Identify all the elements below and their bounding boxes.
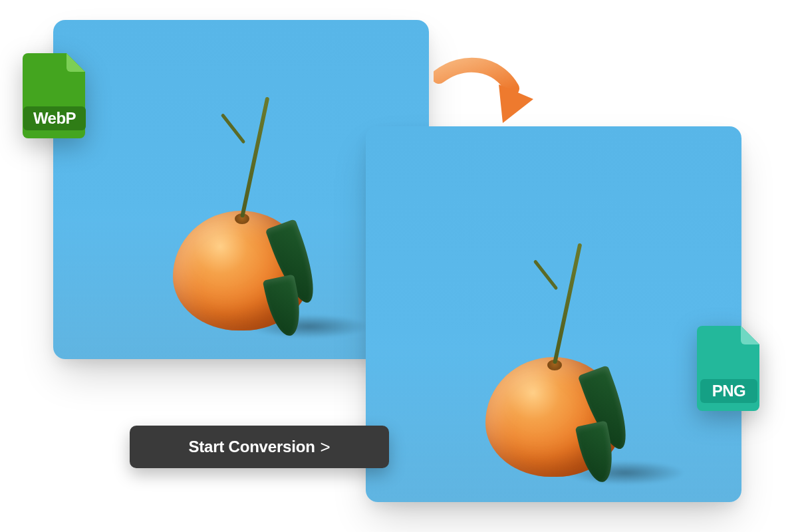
start-conversion-button[interactable]: Start Conversion > bbox=[130, 426, 389, 468]
start-conversion-label: Start Conversion bbox=[188, 438, 315, 456]
png-file-icon: PNG bbox=[693, 326, 765, 411]
source-format-label: WebP bbox=[23, 106, 86, 130]
chevron-right-icon: > bbox=[321, 437, 331, 458]
target-image bbox=[366, 126, 741, 502]
webp-file-icon: WebP bbox=[19, 53, 90, 138]
conversion-arrow-icon bbox=[434, 57, 533, 123]
sample-photo-orange bbox=[456, 236, 655, 489]
target-format-label: PNG bbox=[700, 379, 757, 403]
target-image-card bbox=[366, 126, 741, 502]
sample-photo-orange bbox=[143, 103, 336, 342]
